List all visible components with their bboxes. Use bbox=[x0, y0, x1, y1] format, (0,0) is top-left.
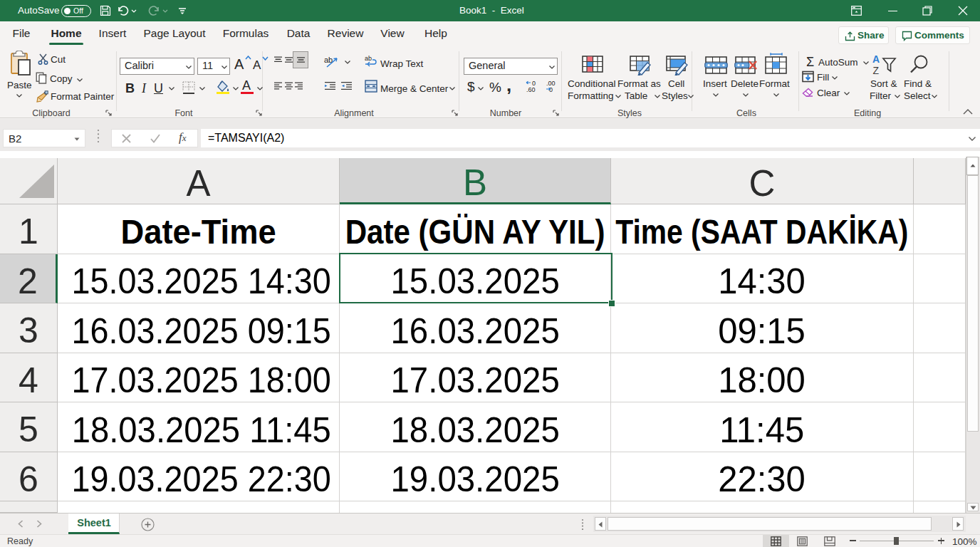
svg-text:A: A bbox=[872, 53, 880, 65]
svg-text:Z: Z bbox=[873, 65, 880, 75]
svg-text:ab: ab bbox=[365, 55, 372, 62]
svg-text:.60: .60 bbox=[526, 86, 536, 93]
